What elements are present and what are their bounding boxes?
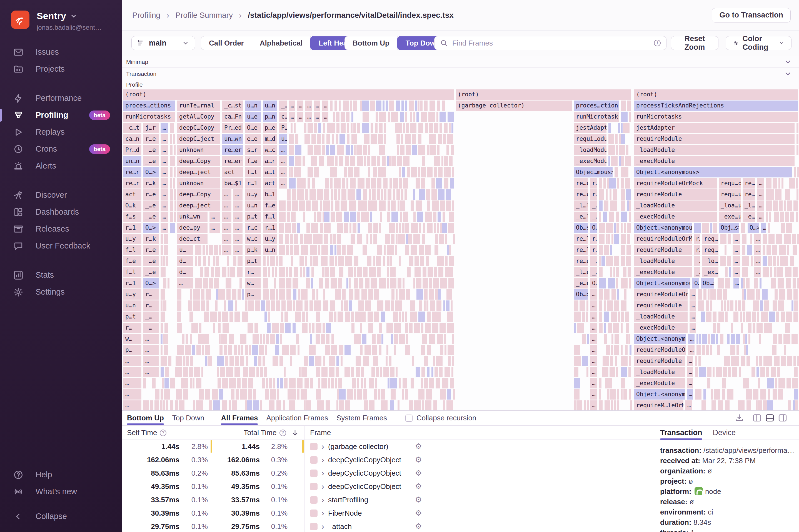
flame-frame[interactable]: [393, 189, 395, 200]
flame-frame[interactable]: …: [161, 212, 168, 222]
flame-frame[interactable]: [377, 156, 380, 166]
sidebar-item-dashboards[interactable]: Dashboards: [0, 204, 122, 221]
flame-frame[interactable]: [247, 300, 254, 311]
flame-frame[interactable]: un…n: [123, 156, 142, 166]
flame-frame[interactable]: [796, 212, 798, 222]
flame-frame[interactable]: [606, 378, 612, 388]
flame-frame[interactable]: [405, 189, 407, 200]
flame-frame[interactable]: [308, 145, 313, 155]
flame-frame[interactable]: [627, 234, 630, 244]
flame-frame[interactable]: [424, 289, 428, 300]
flame-frame[interactable]: [409, 100, 414, 111]
flame-frame[interactable]: [435, 234, 438, 244]
flame-frame[interactable]: m…d: [263, 134, 277, 144]
flame-frame[interactable]: [789, 178, 795, 189]
flame-frame[interactable]: [433, 212, 436, 222]
flame-frame[interactable]: re…ck: [574, 178, 588, 189]
flame-frame[interactable]: [308, 178, 310, 189]
flame-frame[interactable]: unk…wn: [177, 212, 207, 222]
flame-frame[interactable]: [400, 145, 405, 155]
flame-frame[interactable]: [429, 123, 433, 133]
flame-frame[interactable]: [767, 400, 773, 411]
flame-frame[interactable]: [702, 223, 704, 233]
flame-frame[interactable]: [599, 400, 602, 411]
flame-frame[interactable]: [599, 178, 602, 189]
flame-frame[interactable]: …: [732, 267, 740, 278]
flame-frame[interactable]: [306, 278, 310, 288]
flamegraph[interactable]: (root)(root)(root)proces…ctionsrunTe…rna…: [122, 90, 799, 411]
flame-frame[interactable]: [209, 278, 213, 288]
flame-frame[interactable]: [177, 323, 182, 333]
flame-frame[interactable]: [616, 223, 619, 233]
flame-frame[interactable]: _…: [143, 323, 159, 333]
flame-frame[interactable]: [429, 100, 435, 111]
flame-frame[interactable]: [295, 134, 298, 144]
flame-frame[interactable]: [368, 145, 370, 155]
flame-frame[interactable]: [424, 300, 426, 311]
flame-frame[interactable]: [749, 289, 755, 300]
flame-frame[interactable]: [422, 400, 424, 411]
flame-frame[interactable]: [400, 112, 404, 122]
flame-frame[interactable]: [289, 378, 296, 388]
flame-frame[interactable]: [344, 167, 347, 177]
flame-frame[interactable]: …: [234, 234, 243, 244]
flame-frame[interactable]: [741, 356, 745, 366]
sidebar-item-alerts[interactable]: Alerts: [0, 157, 122, 174]
flame-frame[interactable]: _…: [279, 100, 287, 111]
flame-frame[interactable]: w…c: [263, 145, 277, 155]
flame-frame[interactable]: [612, 201, 617, 211]
flame-frame[interactable]: [406, 123, 409, 133]
flame-frame[interactable]: …: [161, 178, 168, 189]
flame-frame[interactable]: [170, 145, 172, 155]
flame-frame[interactable]: [354, 223, 356, 233]
flame-frame[interactable]: [599, 300, 602, 311]
flame-frame[interactable]: [391, 234, 394, 244]
flame-frame[interactable]: [773, 178, 777, 189]
flame-frame[interactable]: [742, 267, 748, 278]
flame-frame[interactable]: [357, 156, 363, 166]
flame-frame[interactable]: [354, 289, 359, 300]
flame-frame[interactable]: [452, 167, 454, 177]
flame-frame[interactable]: [621, 123, 623, 133]
flame-frame[interactable]: r…: [123, 323, 142, 333]
flame-frame[interactable]: [615, 356, 617, 366]
flame-frame[interactable]: [289, 178, 296, 189]
flame-frame[interactable]: …: [690, 289, 696, 300]
flame-frame[interactable]: [446, 189, 451, 200]
flame-frame[interactable]: [330, 178, 333, 189]
flame-frame[interactable]: requ…ule: [719, 189, 741, 200]
flame-frame[interactable]: …: [222, 234, 231, 244]
flame-frame[interactable]: [310, 245, 312, 255]
flame-frame[interactable]: [410, 112, 412, 122]
flame-frame[interactable]: [453, 234, 455, 244]
flame-frame[interactable]: [365, 345, 371, 355]
flame-frame[interactable]: [746, 345, 748, 355]
flame-frame[interactable]: …: [279, 178, 287, 189]
flame-frame[interactable]: [368, 311, 373, 322]
flame-frame[interactable]: [421, 167, 426, 177]
flame-frame[interactable]: O…: [692, 278, 699, 288]
flame-frame[interactable]: [747, 245, 752, 255]
flame-frame[interactable]: [218, 311, 221, 322]
flame-frame[interactable]: [390, 400, 394, 411]
flame-frame[interactable]: [417, 100, 420, 111]
flame-frame[interactable]: [763, 400, 765, 411]
flame-frame[interactable]: [247, 400, 252, 411]
flame-frame[interactable]: [606, 256, 613, 266]
flame-frame[interactable]: [354, 167, 359, 177]
flame-frame[interactable]: [621, 201, 625, 211]
flame-frame[interactable]: [304, 300, 309, 311]
flame-frame[interactable]: [372, 345, 377, 355]
flame-frame[interactable]: [344, 212, 349, 222]
flame-frame[interactable]: [754, 278, 756, 288]
flame-frame[interactable]: [314, 145, 321, 155]
flame-frame[interactable]: [306, 267, 310, 278]
flame-frame[interactable]: [299, 189, 304, 200]
flame-frame[interactable]: [387, 212, 390, 222]
flame-frame[interactable]: [787, 289, 792, 300]
flame-frame[interactable]: …: [297, 100, 303, 111]
flame-frame[interactable]: [610, 356, 613, 366]
flame-frame[interactable]: b…1: [263, 189, 277, 200]
flame-frame[interactable]: …: [590, 289, 597, 300]
flame-frame[interactable]: [268, 267, 270, 278]
